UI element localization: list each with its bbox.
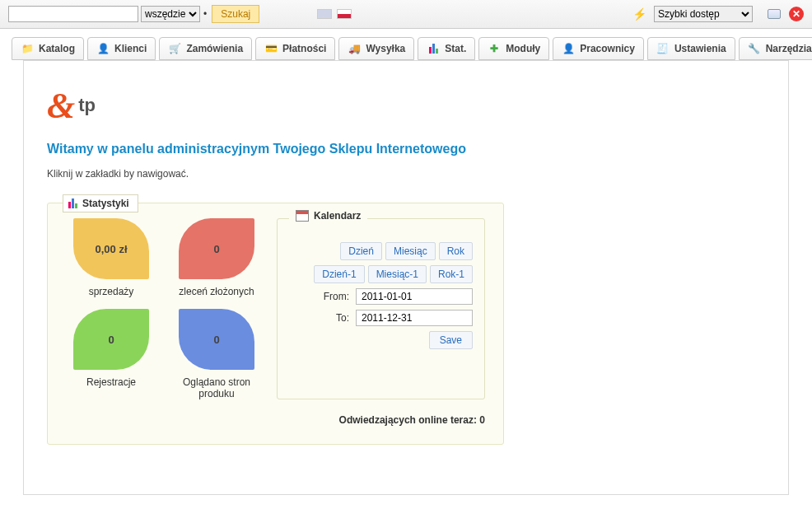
calendar-title: Kalendarz bbox=[314, 210, 361, 222]
wrench-icon: 🔧 bbox=[748, 42, 761, 55]
puzzle-icon: ✚ bbox=[488, 42, 501, 55]
cal-btn-month-1[interactable]: Miesiąc-1 bbox=[368, 265, 427, 283]
settings-icon: 🧾 bbox=[656, 42, 670, 55]
tab-label: Stat. bbox=[445, 43, 466, 54]
tab-label: Płatności bbox=[282, 43, 326, 54]
save-button[interactable]: Save bbox=[429, 331, 473, 349]
top-bar: wszędzie • Szukaj ⚡ Szybki dostęp ✕ bbox=[0, 0, 812, 29]
stats-icon bbox=[68, 198, 77, 208]
tab-label: Zamówienia bbox=[186, 43, 243, 54]
stat-sales-label: sprzedaży bbox=[66, 286, 156, 297]
dropdown-dot: • bbox=[203, 8, 207, 20]
stat-orders-value: 0 bbox=[179, 218, 254, 279]
calendar-row1: Dzień Miesiąc Rok bbox=[340, 242, 473, 260]
cart-icon: 🛒 bbox=[168, 42, 181, 55]
employee-icon: 👤 bbox=[562, 42, 575, 55]
stat-orders-label: zleceń złożonych bbox=[171, 286, 262, 297]
tab-moduly[interactable]: ✚Moduły bbox=[478, 37, 549, 60]
nav-tabs-wrap: 📁Katalog 👤Klienci 🛒Zamówienia 💳Płatności… bbox=[0, 29, 812, 495]
stat-registrations-label: Rejestracje bbox=[66, 376, 156, 388]
tab-stat[interactable]: Stat. bbox=[418, 37, 475, 60]
calendar-icon bbox=[296, 210, 309, 222]
user-icon: 👤 bbox=[96, 42, 110, 55]
stat-pageviews: 0 Oglądano stron produku bbox=[171, 309, 262, 399]
truck-icon: 🚚 bbox=[348, 42, 361, 55]
tab-platnosci[interactable]: 💳Płatności bbox=[255, 37, 335, 60]
chart-icon bbox=[427, 42, 440, 55]
folder-icon: 📁 bbox=[21, 42, 34, 55]
cal-btn-day-1[interactable]: Dzień-1 bbox=[314, 265, 364, 283]
stat-orders: 0 zleceń złożonych bbox=[171, 218, 262, 297]
nav-tabs: 📁Katalog 👤Klienci 🛒Zamówienia 💳Płatności… bbox=[12, 37, 800, 60]
tab-label: Ustawienia bbox=[674, 43, 726, 54]
search-input[interactable] bbox=[8, 6, 138, 22]
stat-pageviews-value: 0 bbox=[179, 309, 254, 370]
visitors-value: 0 bbox=[479, 414, 485, 426]
tab-wysylka[interactable]: 🚚Wysyłka bbox=[338, 37, 414, 60]
keyboard-icon[interactable] bbox=[768, 9, 781, 19]
stat-registrations: 0 Rejestracje bbox=[66, 309, 156, 399]
calendar-legend: Kalendarz bbox=[289, 210, 367, 222]
tab-pracownicy[interactable]: 👤Pracownicy bbox=[553, 37, 644, 60]
flag-uk-icon[interactable] bbox=[317, 9, 332, 19]
cal-btn-year[interactable]: Rok bbox=[439, 242, 473, 260]
card-icon: 💳 bbox=[264, 42, 278, 55]
calendar-panel: Kalendarz Dzień Miesiąc Rok Dzień-1 Mies… bbox=[277, 218, 485, 399]
tab-label: Moduły bbox=[506, 43, 540, 54]
stats-title: Statystyki bbox=[82, 198, 129, 209]
page-title: Witamy w panelu administracyjnym Twojego… bbox=[47, 142, 765, 156]
tab-label: Pracownicy bbox=[580, 43, 635, 54]
page-subtitle: Kliknij w zakładki by nawigować. bbox=[47, 168, 765, 180]
tab-narzedzia[interactable]: 🔧Narzędzia bbox=[739, 37, 812, 60]
search-scope-select[interactable]: wszędzie bbox=[141, 6, 200, 22]
cal-btn-year-1[interactable]: Rok-1 bbox=[430, 265, 473, 283]
stat-sales: 0,00 zł sprzedaży bbox=[66, 218, 156, 297]
content-outer: & tp Witamy w panelu administracyjnym Tw… bbox=[23, 60, 789, 495]
tab-label: Katalog bbox=[39, 43, 75, 54]
stats-panel: Statystyki 0,00 zł sprzedaży 0 zleceń zł… bbox=[47, 203, 504, 445]
tab-label: Wysyłka bbox=[366, 43, 405, 54]
stat-sales-value: 0,00 zł bbox=[73, 218, 149, 279]
cal-btn-month[interactable]: Miesiąc bbox=[385, 242, 436, 260]
bolt-icon: ⚡ bbox=[632, 7, 646, 21]
from-label: From: bbox=[324, 291, 349, 302]
cal-btn-day[interactable]: Dzień bbox=[340, 242, 382, 260]
to-input[interactable] bbox=[356, 310, 473, 326]
from-input[interactable] bbox=[356, 288, 473, 305]
close-icon[interactable]: ✕ bbox=[789, 7, 804, 21]
visitors-online: Odwiedzających online teraz: 0 bbox=[66, 414, 485, 426]
tab-label: Klienci bbox=[114, 43, 147, 54]
tab-label: Narzędzia bbox=[766, 43, 812, 54]
to-label: To: bbox=[336, 312, 349, 324]
quick-access-select[interactable]: Szybki dostęp bbox=[654, 6, 753, 22]
tab-ustawienia[interactable]: 🧾Ustawienia bbox=[647, 37, 735, 60]
stat-pageviews-label: Oglądano stron produku bbox=[171, 376, 262, 399]
language-flags bbox=[317, 9, 352, 19]
tab-katalog[interactable]: 📁Katalog bbox=[12, 37, 84, 60]
calendar-row2: Dzień-1 Miesiąc-1 Rok-1 bbox=[314, 265, 473, 283]
tab-zamowienia[interactable]: 🛒Zamówienia bbox=[159, 37, 252, 60]
logo: & tp bbox=[47, 81, 121, 130]
search-button[interactable]: Szukaj bbox=[212, 5, 259, 23]
logo-text: tp bbox=[78, 95, 96, 116]
tab-klienci[interactable]: 👤Klienci bbox=[87, 37, 156, 60]
stat-registrations-value: 0 bbox=[73, 309, 149, 370]
visitors-label: Odwiedzających online teraz: bbox=[339, 414, 477, 426]
content: & tp Witamy w panelu administracyjnym Tw… bbox=[24, 61, 788, 494]
flag-pl-icon[interactable] bbox=[337, 9, 352, 19]
stats-legend: Statystyki bbox=[63, 194, 138, 212]
stats-grid: 0,00 zł sprzedaży 0 zleceń złożonych 0 R… bbox=[66, 218, 262, 399]
